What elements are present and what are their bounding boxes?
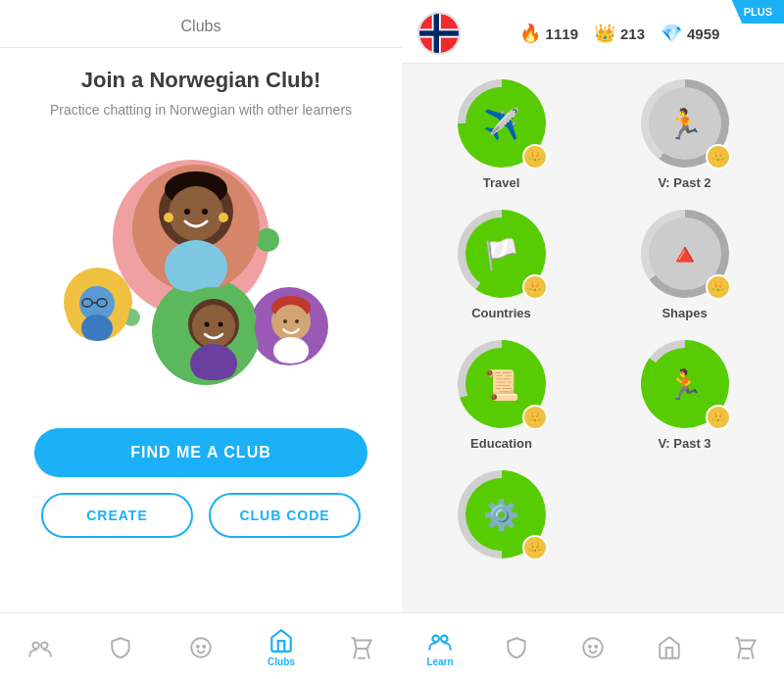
create-button[interactable]: CREATE xyxy=(41,493,193,538)
plus-label: PLUS xyxy=(744,6,772,18)
skill-shapes[interactable]: 🔺 👑 Shapes xyxy=(605,210,764,320)
nav-right-shop[interactable] xyxy=(720,630,771,665)
nav-item-profile[interactable] xyxy=(15,630,66,665)
svg-point-22 xyxy=(283,319,287,323)
plus-badge: PLUS xyxy=(732,0,784,24)
clubs-nav-label: Clubs xyxy=(268,656,295,667)
nav-item-face[interactable] xyxy=(175,630,226,665)
character-right xyxy=(255,292,326,364)
skills-grid: ✈️ 👑 Travel 🏃 👑 V: Past 2 xyxy=(421,79,764,566)
skill-countries-circle: 🏳️ 👑 xyxy=(458,210,546,298)
svg-point-5 xyxy=(164,213,173,222)
svg-point-26 xyxy=(41,642,48,649)
profile-icon xyxy=(26,634,54,661)
svg-point-10 xyxy=(204,321,209,326)
svg-point-24 xyxy=(273,337,309,364)
svg-point-28 xyxy=(197,645,199,647)
skill-education-circle: 📜 👑 xyxy=(458,340,546,428)
skill-travel[interactable]: ✈️ 👑 Travel xyxy=(421,79,581,190)
gem-icon: 💎 xyxy=(661,23,682,44)
gem-stat: 💎 4959 xyxy=(661,23,719,44)
right-header: 🔥 1119 👑 213 💎 4959 PLUS xyxy=(402,0,784,64)
clubs-header: Clubs xyxy=(0,0,402,48)
svg-point-40 xyxy=(595,645,597,647)
nav-right-clubs[interactable] xyxy=(644,630,695,665)
svg-point-29 xyxy=(203,645,205,647)
secondary-buttons: CREATE CLUB CODE xyxy=(41,493,361,538)
crown-count: 213 xyxy=(620,25,645,42)
shapes-badge: 👑 xyxy=(706,274,731,300)
svg-point-38 xyxy=(583,638,603,657)
svg-point-7 xyxy=(165,240,227,292)
left-content: Join a Norwegian Club! Practice chatting… xyxy=(5,48,397,612)
svg-point-2 xyxy=(169,186,223,241)
countries-label: Countries xyxy=(471,306,531,320)
right-panel: 🔥 1119 👑 213 💎 4959 PLUS ✈️ xyxy=(402,0,784,679)
join-subtitle: Practice chatting in Norwegian with othe… xyxy=(50,101,352,121)
clubs-title-text: Clubs xyxy=(181,18,221,34)
svg-point-3 xyxy=(184,209,190,215)
crown-stat: 👑 213 xyxy=(594,23,645,44)
svg-point-23 xyxy=(295,319,299,323)
shapes-label: Shapes xyxy=(662,306,707,320)
skill-travel-circle: ✈️ 👑 xyxy=(458,79,546,168)
nav-item-clubs[interactable]: Clubs xyxy=(256,623,307,671)
skills-content: ✈️ 👑 Travel 🏃 👑 V: Past 2 xyxy=(402,64,784,612)
nav-right-face[interactable] xyxy=(567,630,618,665)
nav-right-shield[interactable] xyxy=(491,630,542,665)
learn-icon xyxy=(426,627,454,655)
travel-badge: 👑 xyxy=(522,144,548,170)
vpast2-label: V: Past 2 xyxy=(658,175,710,190)
svg-point-21 xyxy=(273,305,309,340)
skill-settings[interactable]: ⚙️ 👑 xyxy=(421,470,581,566)
left-panel: Clubs Join a Norwegian Club! Practice ch… xyxy=(0,0,402,679)
clubs-icon xyxy=(268,627,295,655)
character-left xyxy=(66,277,129,341)
education-badge: 👑 xyxy=(522,405,548,430)
clubs-right-icon xyxy=(656,634,683,661)
svg-point-11 xyxy=(218,321,222,326)
skill-education[interactable]: 📜 👑 Education xyxy=(421,340,581,451)
nav-item-shield[interactable] xyxy=(95,630,146,665)
character-main xyxy=(132,165,260,292)
vpast3-badge: 👑 xyxy=(706,405,731,430)
fire-stat: 🔥 1119 xyxy=(519,23,578,44)
svg-point-12 xyxy=(190,344,237,380)
svg-point-18 xyxy=(81,315,113,341)
character-bottom xyxy=(167,287,260,380)
skill-vpast3-circle: 🏃 👑 xyxy=(641,340,729,428)
join-title: Join a Norwegian Club! xyxy=(81,68,320,93)
countries-badge: 👑 xyxy=(522,274,548,300)
flag-icon xyxy=(417,12,461,55)
learn-nav-label: Learn xyxy=(426,656,453,667)
find-club-button[interactable]: FIND ME A CLUB xyxy=(34,428,368,477)
vpast2-badge: 👑 xyxy=(706,144,731,170)
club-code-button[interactable]: CLUB CODE xyxy=(209,493,361,538)
gem-count: 4959 xyxy=(687,25,719,42)
skill-countries[interactable]: 🏳️ 👑 Countries xyxy=(421,210,581,320)
settings-badge: 👑 xyxy=(522,535,548,560)
bottom-nav-right: Learn xyxy=(402,612,784,679)
nav-right-learn[interactable]: Learn xyxy=(415,623,466,671)
fire-count: 1119 xyxy=(546,25,578,42)
fire-icon: 🔥 xyxy=(519,23,541,44)
illustration xyxy=(44,140,358,405)
skill-shapes-circle: 🔺 👑 xyxy=(641,210,729,298)
svg-point-25 xyxy=(32,642,39,649)
skill-vpast2[interactable]: 🏃 👑 V: Past 2 xyxy=(605,79,764,190)
svg-rect-34 xyxy=(434,14,439,53)
crown-icon: 👑 xyxy=(594,23,615,44)
face-icon xyxy=(187,634,215,661)
face-right-icon xyxy=(579,634,607,661)
nav-item-shop[interactable] xyxy=(336,630,387,665)
shop-right-icon xyxy=(732,634,760,661)
bottom-nav-left: Clubs xyxy=(0,612,402,679)
svg-point-36 xyxy=(432,636,439,643)
travel-label: Travel xyxy=(483,175,520,190)
skill-settings-circle: ⚙️ 👑 xyxy=(458,470,546,558)
education-label: Education xyxy=(470,436,532,451)
stats-row: 🔥 1119 👑 213 💎 4959 xyxy=(470,23,768,44)
skill-vpast2-circle: 🏃 👑 xyxy=(641,79,729,168)
shield-right-icon xyxy=(503,634,530,661)
skill-vpast3[interactable]: 🏃 👑 V: Past 3 xyxy=(605,340,764,451)
